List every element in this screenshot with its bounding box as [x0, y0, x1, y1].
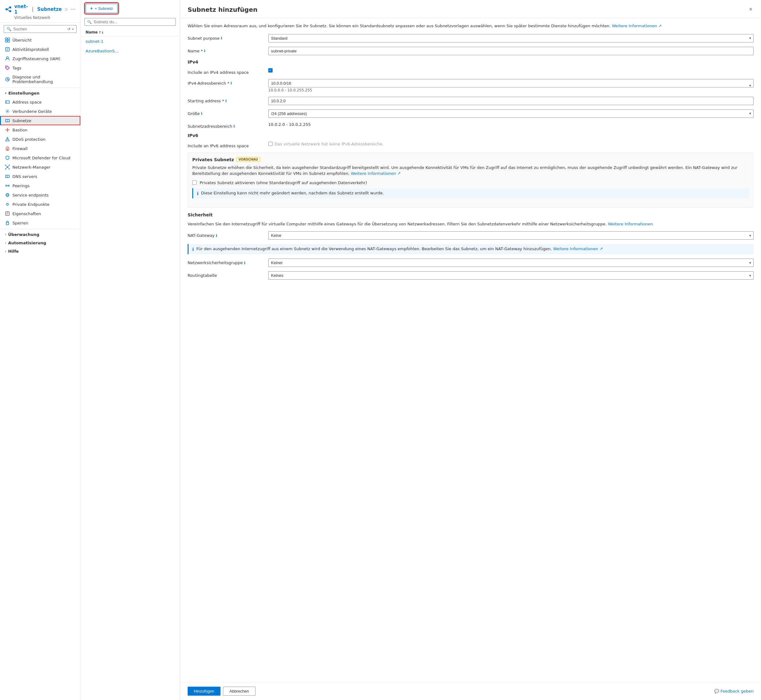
sidebar-item-address-space[interactable]: Address space	[0, 97, 80, 107]
subnet-purpose-select[interactable]: StandardAzure BastionAzure FirewallVPN G…	[268, 34, 753, 42]
svg-rect-6	[8, 38, 9, 40]
activity-icon	[5, 47, 10, 52]
include-ipv6-row: Include an IPv6 address space Das virtue…	[188, 142, 753, 148]
nat-gateway-label: NAT-Gateway ℹ	[188, 231, 268, 238]
help-label: Hilfe	[8, 249, 19, 253]
nat-gateway-select[interactable]: Keine	[268, 231, 753, 240]
svg-point-25	[5, 165, 6, 166]
add-button[interactable]: Hinzufügen	[188, 687, 221, 696]
security-more-info-link[interactable]: Weitere Informationen	[608, 222, 653, 226]
sidebar-item-subnets-label: Subnetze	[13, 119, 31, 123]
collapse-icon[interactable]: «	[72, 27, 74, 31]
sidebar-item-private-endpoints-label: Private Endpunkte	[13, 202, 50, 207]
sidebar-page: Subnetze	[37, 6, 62, 12]
ipv4-range-info-icon[interactable]: ℹ	[231, 81, 232, 85]
sidebar-item-dns[interactable]: DNS servers	[0, 172, 80, 181]
refresh-icon[interactable]: ↺	[67, 27, 70, 31]
size-select[interactable]: /24 (256 addresses)/25 (128 addresses)/2…	[268, 109, 753, 118]
sidebar-item-firewall[interactable]: Firewall	[0, 144, 80, 153]
sidebar-item-overview[interactable]: Übersicht	[0, 35, 80, 45]
routing-select[interactable]: Keines	[268, 271, 753, 280]
firewall-icon	[5, 146, 10, 151]
more-icon[interactable]: ···	[71, 6, 75, 12]
ipv4-range-row: IPv4-Adressbereich * ℹ 10.0.0.0/16 ▾ 10.…	[188, 79, 753, 92]
nat-gateway-info-icon[interactable]: ℹ	[216, 233, 218, 238]
sidebar-item-activity[interactable]: Aktivitätsprotokoll	[0, 45, 80, 54]
ipv4-range-control: 10.0.0.0/16 ▾ 10.0.0.0 - 10.0.255.255	[268, 79, 753, 92]
starting-address-info-icon[interactable]: ℹ	[225, 98, 227, 103]
sidebar-item-network-manager[interactable]: Netzwerk-Manager	[0, 162, 80, 172]
help-toggle[interactable]: › Hilfe	[0, 247, 80, 255]
sidebar-search-input[interactable]	[13, 27, 66, 31]
sidebar-item-diagnose[interactable]: Diagnose und Problembehandlung	[0, 73, 80, 86]
sidebar-item-ddos-label: DDoS protection	[13, 137, 45, 142]
monitoring-chevron-icon: ›	[5, 233, 6, 236]
name-col-label[interactable]: Name ↑↓	[86, 30, 104, 34]
list-item[interactable]: AzureBastionS...	[81, 46, 180, 56]
sidebar-item-dns-label: DNS servers	[13, 174, 37, 179]
subnet-name-info-icon[interactable]: ℹ	[204, 48, 206, 53]
more-info-link[interactable]: Weitere Informationen ↗	[612, 23, 662, 28]
sidebar-item-iam[interactable]: Zugriffssteuerung (IAM)	[0, 54, 80, 63]
private-subnet-checkbox-label: Privates Subnetz aktivieren (ohne Standa…	[200, 180, 367, 185]
sidebar-item-locks[interactable]: Sperren	[0, 218, 80, 228]
sidebar-item-service-endpoints[interactable]: Service endpoints	[0, 191, 80, 200]
nsg-info-icon[interactable]: ℹ	[244, 261, 246, 265]
include-ipv4-control	[268, 68, 753, 73]
private-subnet-checkbox-row: Privates Subnetz aktivieren (ohne Standa…	[192, 180, 749, 185]
sidebar-item-service-endpoints-label: Service endpoints	[13, 193, 49, 197]
peerings-icon	[5, 183, 10, 188]
list-item[interactable]: subnet-1	[81, 37, 180, 46]
sidebar-item-ddos[interactable]: DDoS protection	[0, 134, 80, 144]
feedback-link[interactable]: 💬 Feedback geben	[714, 689, 753, 694]
nsg-row: Netzwerksicherheitsgruppe ℹ Keiner ▾	[188, 259, 753, 267]
favorite-icon[interactable]: ☆	[64, 7, 68, 12]
subnet-purpose-info-icon[interactable]: ℹ	[221, 36, 222, 40]
include-ipv6-checkbox[interactable]	[268, 142, 272, 146]
add-subnet-button[interactable]: + + Subnetz	[86, 4, 117, 13]
size-info-icon[interactable]: ℹ	[201, 111, 202, 116]
sidebar-item-bastion[interactable]: Bastion	[0, 125, 80, 134]
search-icon: 🔍	[6, 27, 11, 31]
subnet-purpose-label: Subnet purpose ℹ	[188, 34, 268, 41]
starting-address-input[interactable]	[268, 97, 753, 105]
settings-section-toggle[interactable]: ▾ Einstellungen	[0, 89, 80, 97]
svg-rect-7	[5, 40, 7, 42]
panel-close-button[interactable]: ×	[748, 5, 753, 14]
sidebar-item-overview-label: Übersicht	[13, 38, 31, 42]
subnet-name-input[interactable]	[268, 47, 753, 55]
monitoring-toggle[interactable]: › Überwachung	[0, 230, 80, 239]
sidebar-item-defender-label: Microsoft Defender for Cloud	[13, 156, 70, 160]
sidebar-item-peerings[interactable]: Peerings	[0, 181, 80, 191]
svg-point-28	[9, 169, 10, 170]
address-space-icon	[5, 100, 10, 105]
panel-body: Wählen Sie einen Adressraum aus, und kon…	[180, 18, 761, 682]
sidebar-item-locks-label: Sperren	[13, 221, 28, 225]
cancel-button[interactable]: Abbrechen	[223, 687, 255, 696]
sidebar-separator: |	[32, 6, 33, 12]
private-subnet-more-info-link[interactable]: Weitere Informationen ↗	[351, 171, 401, 176]
sidebar-item-private-endpoints[interactable]: Private Endpunkte	[0, 200, 80, 209]
preview-badge: VORSCHAU	[236, 157, 260, 162]
sidebar-search-box: 🔍 ↺ «	[4, 25, 77, 33]
starting-address-label: Starting address * ℹ	[188, 97, 268, 103]
properties-icon	[5, 211, 10, 216]
sidebar-item-subnets[interactable]: Subnetze	[0, 116, 80, 125]
automation-toggle[interactable]: › Automatisierung	[0, 239, 80, 247]
sidebar-subtitle: Virtuelles Netzwerk	[14, 16, 75, 20]
nsg-select[interactable]: Keiner	[268, 259, 753, 267]
private-subnet-checkbox[interactable]	[192, 180, 197, 185]
sidebar-item-defender[interactable]: Microsoft Defender for Cloud	[0, 153, 80, 162]
svg-rect-8	[8, 40, 9, 42]
subnet-search-input[interactable]	[94, 20, 173, 24]
include-ipv4-checkbox[interactable]	[268, 68, 272, 73]
sidebar-item-devices[interactable]: Verbundene Geräte	[0, 107, 80, 116]
sidebar-item-properties[interactable]: Eigenschaften	[0, 209, 80, 218]
nat-gateway-more-info-link[interactable]: Weitere Informationen ↗	[553, 247, 603, 251]
main-content: + + Subnetz 🔍 Name ↑↓ subnet-1 AzureBast…	[81, 0, 761, 700]
ipv4-range-select[interactable]: 10.0.0.0/16	[268, 79, 753, 88]
subnet-range-info-icon[interactable]: ℹ	[233, 124, 235, 128]
sidebar-item-tags[interactable]: Tags	[0, 63, 80, 73]
svg-rect-0	[6, 8, 8, 10]
nat-gateway-row: NAT-Gateway ℹ Keine ▾	[188, 231, 753, 240]
